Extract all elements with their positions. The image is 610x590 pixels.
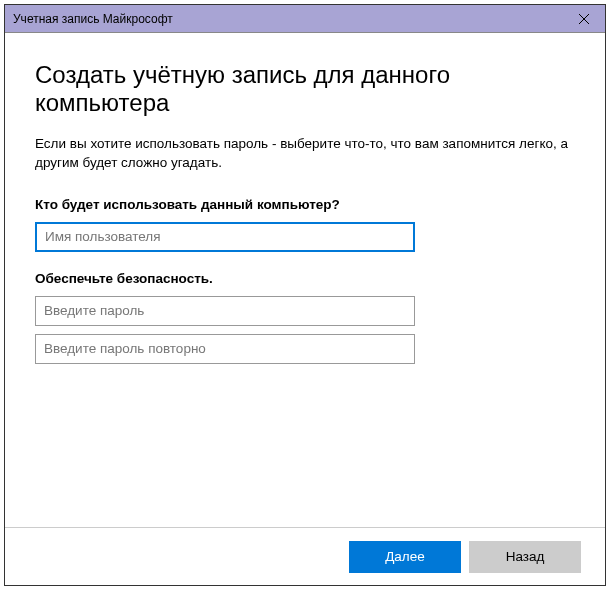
- page-description: Если вы хотите использовать пароль - выб…: [35, 135, 575, 173]
- page-title: Создать учётную запись для данного компь…: [35, 61, 575, 117]
- username-field[interactable]: [35, 222, 415, 252]
- back-button[interactable]: Назад: [469, 541, 581, 573]
- password-confirm-field[interactable]: [35, 334, 415, 364]
- security-section-label: Обеспечьте безопасность.: [35, 271, 575, 286]
- content-area: Создать учётную запись для данного компь…: [5, 33, 605, 527]
- footer: Далее Назад: [5, 527, 605, 585]
- close-icon: [579, 14, 589, 24]
- close-button[interactable]: [563, 5, 605, 33]
- security-section: Обеспечьте безопасность.: [35, 271, 575, 372]
- titlebar: Учетная запись Майкрософт: [5, 5, 605, 33]
- username-section: Кто будет использовать данный компьютер?: [35, 197, 575, 265]
- window-title: Учетная запись Майкрософт: [13, 12, 173, 26]
- username-section-label: Кто будет использовать данный компьютер?: [35, 197, 575, 212]
- window: Учетная запись Майкрософт Создать учётну…: [4, 4, 606, 586]
- next-button[interactable]: Далее: [349, 541, 461, 573]
- password-field[interactable]: [35, 296, 415, 326]
